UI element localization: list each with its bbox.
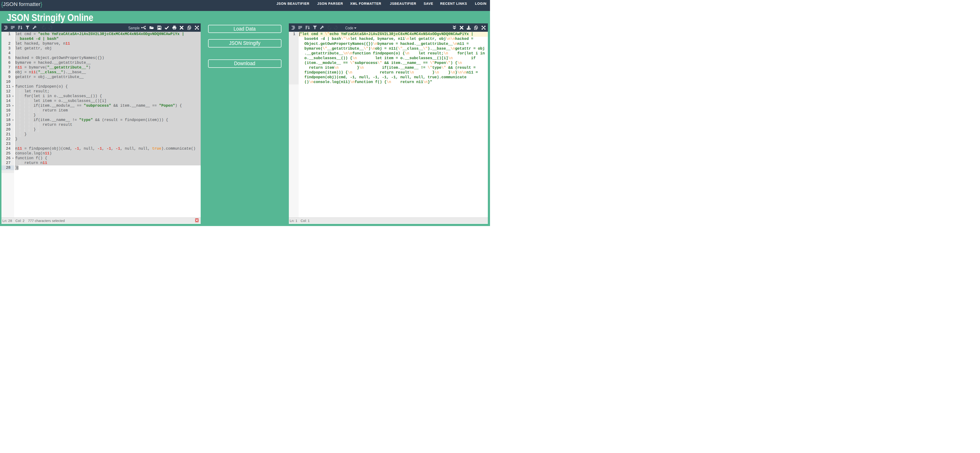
svg-text:JSON: JSON [3, 1, 18, 7]
svg-text:}: } [40, 1, 43, 8]
svg-text:formatter: formatter [19, 1, 40, 7]
